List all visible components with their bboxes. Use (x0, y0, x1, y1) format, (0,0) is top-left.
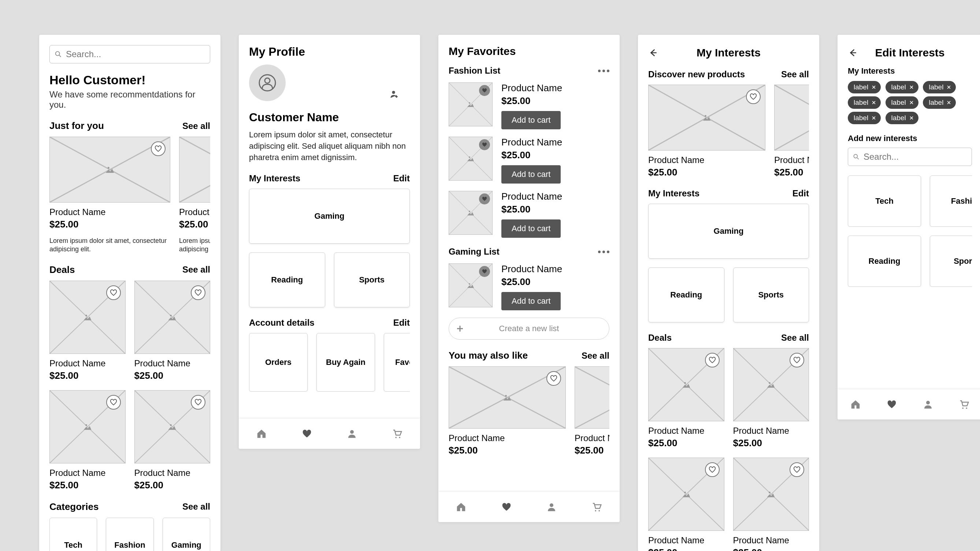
remove-tag-icon[interactable] (871, 115, 877, 121)
interest-gaming[interactable]: Gaming (249, 189, 410, 244)
edit-profile-icon[interactable] (389, 89, 399, 100)
add-to-cart-button[interactable]: Add to cart (501, 165, 561, 183)
interest-sports[interactable]: Sports (733, 268, 809, 322)
see-all-link[interactable]: See all (182, 264, 210, 275)
favorites-icon[interactable] (886, 399, 897, 410)
product-card[interactable]: Product Name $25.00 (733, 457, 809, 551)
search-input[interactable] (864, 152, 973, 162)
product-image[interactable] (449, 263, 493, 307)
cart-icon[interactable] (959, 399, 970, 410)
category-tech[interactable]: Tech (49, 518, 97, 551)
favorite-button[interactable] (789, 462, 804, 477)
interest-tag[interactable]: label (848, 112, 881, 124)
remove-tag-icon[interactable] (871, 100, 877, 105)
remove-tag-icon[interactable] (909, 84, 914, 90)
interest-option-fashion[interactable]: Fashion (930, 175, 972, 227)
favorite-button[interactable] (705, 353, 720, 368)
home-icon[interactable] (456, 502, 466, 513)
home-icon[interactable] (850, 399, 861, 410)
interest-tag[interactable]: label (923, 81, 956, 94)
back-button[interactable] (848, 48, 858, 57)
see-all-link[interactable]: See all (781, 69, 809, 80)
product-image[interactable] (449, 191, 493, 235)
add-to-cart-button[interactable]: Add to cart (501, 111, 561, 129)
see-all-link[interactable]: See all (781, 333, 809, 343)
remove-tag-icon[interactable] (909, 115, 914, 121)
product-card[interactable]: Product Name $25.00 (134, 280, 211, 381)
category-gaming[interactable]: Gaming (162, 518, 210, 551)
account-orders[interactable]: Orders (249, 333, 308, 392)
cart-icon[interactable] (592, 502, 603, 513)
add-to-cart-button[interactable]: Add to cart (501, 220, 561, 238)
interest-tag[interactable]: label (848, 81, 881, 94)
product-image[interactable] (648, 84, 765, 151)
favorite-button[interactable] (705, 462, 720, 477)
remove-tag-icon[interactable] (946, 100, 951, 105)
product-card[interactable]: Product Name $25.00 (49, 390, 126, 491)
interest-tag[interactable]: label (923, 96, 956, 109)
create-new-list-button[interactable]: Create a new list (449, 318, 609, 339)
list-menu-button[interactable] (598, 251, 609, 253)
edit-link[interactable]: Edit (393, 318, 410, 328)
product-card[interactable]: Product Name $25.00 (733, 348, 809, 449)
favorite-button[interactable] (789, 353, 804, 368)
profile-icon[interactable] (347, 428, 358, 439)
interest-gaming[interactable]: Gaming (648, 204, 809, 259)
interest-option-sports[interactable]: Sports (930, 236, 972, 287)
see-all-link[interactable]: See all (182, 502, 210, 512)
product-card[interactable]: Product Name $25.00 (49, 280, 126, 381)
search-input[interactable] (66, 49, 205, 59)
remove-tag-icon[interactable] (871, 84, 877, 90)
favorite-button[interactable] (151, 142, 165, 156)
favorite-button[interactable] (106, 395, 121, 409)
product-image[interactable] (774, 84, 809, 151)
favorite-button[interactable] (479, 266, 490, 277)
interest-tag[interactable]: label (886, 96, 918, 109)
interest-tag[interactable]: label (886, 112, 918, 124)
cart-icon[interactable] (392, 428, 403, 439)
profile-icon[interactable] (546, 502, 557, 513)
interest-reading[interactable]: Reading (249, 252, 325, 307)
search-field[interactable] (49, 45, 210, 64)
favorite-button[interactable] (746, 89, 760, 104)
edit-link[interactable]: Edit (792, 188, 809, 199)
account-favorites[interactable]: Favorites (384, 333, 410, 392)
remove-tag-icon[interactable] (946, 84, 951, 90)
interest-tag[interactable]: label (848, 96, 881, 109)
interest-option-reading[interactable]: Reading (848, 236, 921, 287)
product-image[interactable] (449, 83, 493, 126)
list-menu-button[interactable] (598, 70, 609, 72)
see-all-link[interactable]: See all (182, 121, 210, 131)
account-buy-again[interactable]: Buy Again (317, 333, 375, 392)
favorites-icon[interactable] (301, 428, 312, 439)
favorite-button[interactable] (191, 285, 205, 300)
interest-option-tech[interactable]: Tech (848, 175, 921, 227)
home-icon[interactable] (256, 428, 267, 439)
favorite-button[interactable] (191, 395, 205, 409)
product-image[interactable] (574, 366, 609, 428)
product-card[interactable]: Product Name $25.00 (648, 457, 724, 551)
interest-reading[interactable]: Reading (648, 268, 724, 322)
product-image[interactable] (449, 366, 566, 428)
favorite-button[interactable] (546, 371, 561, 386)
remove-tag-icon[interactable] (909, 100, 914, 105)
product-card[interactable]: Product Name $25.00 (134, 390, 211, 491)
add-to-cart-button[interactable]: Add to cart (501, 292, 561, 310)
interest-tag[interactable]: label (886, 81, 918, 94)
favorite-button[interactable] (479, 85, 490, 96)
back-button[interactable] (648, 48, 658, 57)
favorite-button[interactable] (106, 285, 121, 300)
product-image[interactable] (449, 137, 493, 181)
search-field[interactable] (848, 148, 972, 166)
avatar[interactable] (249, 64, 286, 101)
product-image[interactable] (49, 137, 170, 202)
favorites-icon[interactable] (501, 502, 512, 513)
see-all-link[interactable]: See all (582, 350, 609, 361)
category-fashion[interactable]: Fashion (106, 518, 153, 551)
edit-link[interactable]: Edit (393, 173, 410, 183)
favorite-button[interactable] (479, 139, 490, 150)
favorite-button[interactable] (479, 193, 490, 204)
product-image[interactable] (179, 137, 210, 202)
product-card[interactable]: Product Name $25.00 (648, 348, 724, 449)
interest-sports[interactable]: Sports (334, 252, 410, 307)
